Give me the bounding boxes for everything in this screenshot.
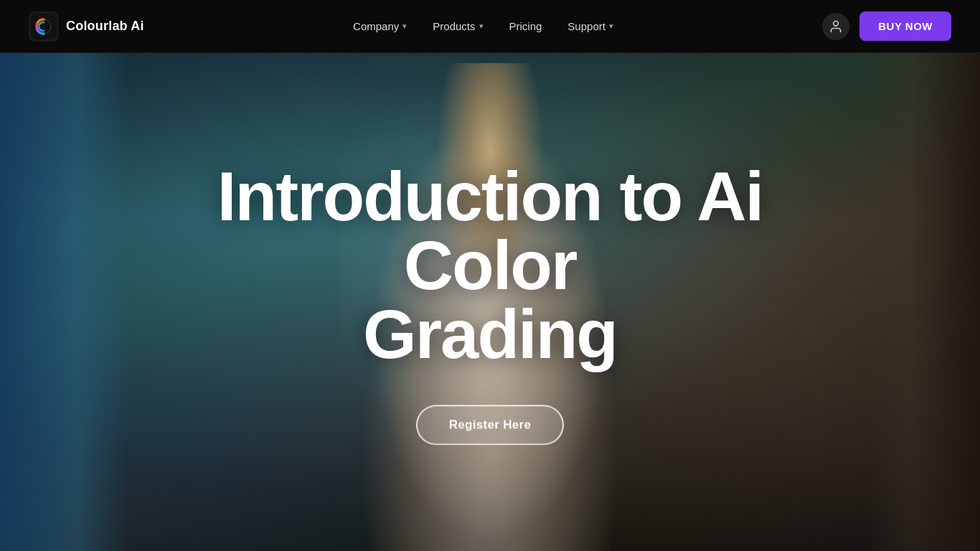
hero-section: Introduction to Ai Color Grading Registe… (0, 0, 980, 551)
register-here-button[interactable]: Register Here (416, 405, 564, 445)
products-label: Products (433, 20, 475, 32)
nav-company[interactable]: Company ▾ (343, 14, 417, 38)
hero-content: Introduction to Ai Color Grading Registe… (167, 162, 813, 445)
nav-links: Company ▾ Products ▾ Pricing Support ▾ (343, 14, 623, 38)
svg-rect-0 (31, 14, 57, 39)
hero-right-panel (865, 0, 980, 551)
nav-right: BUY NOW (822, 11, 951, 41)
support-label: Support (567, 20, 606, 32)
nav-support[interactable]: Support ▾ (557, 14, 623, 38)
user-account-icon[interactable] (822, 13, 849, 40)
logo[interactable]: Colourlab Ai (29, 11, 144, 42)
svg-point-2 (834, 21, 839, 26)
company-chevron-icon: ▾ (402, 22, 407, 31)
logo-icon (29, 11, 59, 42)
brand-name: Colourlab Ai (66, 19, 144, 34)
support-chevron-icon: ▾ (609, 22, 613, 31)
pricing-label: Pricing (509, 20, 542, 32)
products-chevron-icon: ▾ (479, 22, 484, 31)
nav-products[interactable]: Products ▾ (423, 14, 493, 38)
hero-left-panel (0, 0, 129, 551)
nav-pricing[interactable]: Pricing (499, 14, 552, 38)
navbar: Colourlab Ai Company ▾ Products ▾ Pricin… (0, 0, 980, 53)
buy-now-button[interactable]: BUY NOW (859, 11, 951, 41)
hero-title: Introduction to Ai Color Grading (167, 162, 813, 369)
company-label: Company (353, 20, 399, 32)
